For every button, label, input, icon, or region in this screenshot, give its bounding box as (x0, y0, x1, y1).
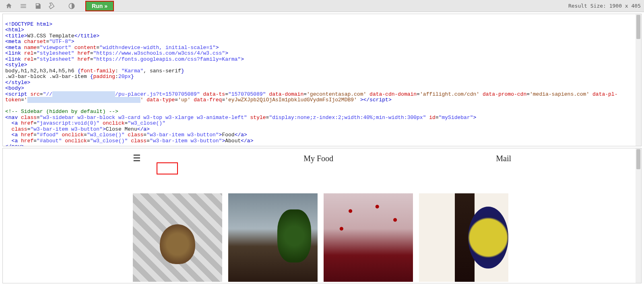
theme-icon[interactable] (66, 0, 77, 12)
scrollbar-thumb[interactable] (636, 15, 640, 39)
food-image-steak[interactable] (228, 193, 318, 282)
result-size-label: Result Size: 1900 x 405 (568, 3, 641, 9)
hamburger-icon[interactable]: ☰ (133, 153, 141, 164)
run-button[interactable]: Run (85, 1, 114, 11)
highlight-box (157, 162, 178, 174)
food-image-sandwich[interactable] (133, 193, 222, 282)
food-gallery (125, 193, 519, 282)
mail-link[interactable]: Mail (496, 154, 511, 163)
menu-icon[interactable] (18, 0, 29, 12)
rotate-icon[interactable] (47, 0, 58, 12)
preview-header: ☰ My Food Mail (125, 148, 519, 165)
page-title: My Food (303, 154, 333, 163)
scrollbar-thumb[interactable] (636, 149, 640, 169)
food-image-wine-pasta[interactable] (419, 193, 508, 282)
food-image-cherries[interactable] (324, 193, 413, 282)
save-icon[interactable] (32, 0, 43, 12)
result-preview: ☰ My Food Mail (2, 148, 642, 283)
preview-scrollbar[interactable] (636, 148, 641, 283)
home-icon[interactable] (3, 0, 14, 12)
code-editor[interactable]: <!DOCTYPE html> <html> <title>W3.CSS Tem… (2, 14, 642, 146)
editor-scrollbar[interactable] (636, 14, 641, 146)
editor-toolbar: Run Result Size: 1900 x 405 (0, 0, 644, 12)
